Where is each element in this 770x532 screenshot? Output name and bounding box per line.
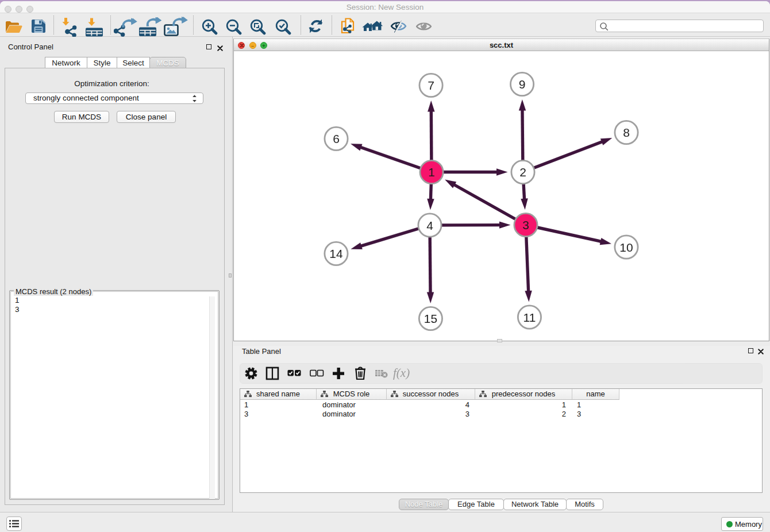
svg-text:4: 4 [426,218,433,232]
svg-text:7: 7 [428,79,434,92]
svg-text:f(x): f(x) [393,366,410,380]
svg-text:11: 11 [523,311,536,324]
svg-text:3: 3 [522,218,529,232]
svg-text:14: 14 [329,247,343,260]
svg-text:10: 10 [619,241,633,254]
svg-text:15: 15 [424,312,437,325]
svg-text:2: 2 [519,165,526,179]
svg-text:6: 6 [333,132,340,145]
svg-text:8: 8 [623,126,630,139]
svg-text:9: 9 [519,78,526,91]
svg-text:1: 1 [428,165,435,179]
